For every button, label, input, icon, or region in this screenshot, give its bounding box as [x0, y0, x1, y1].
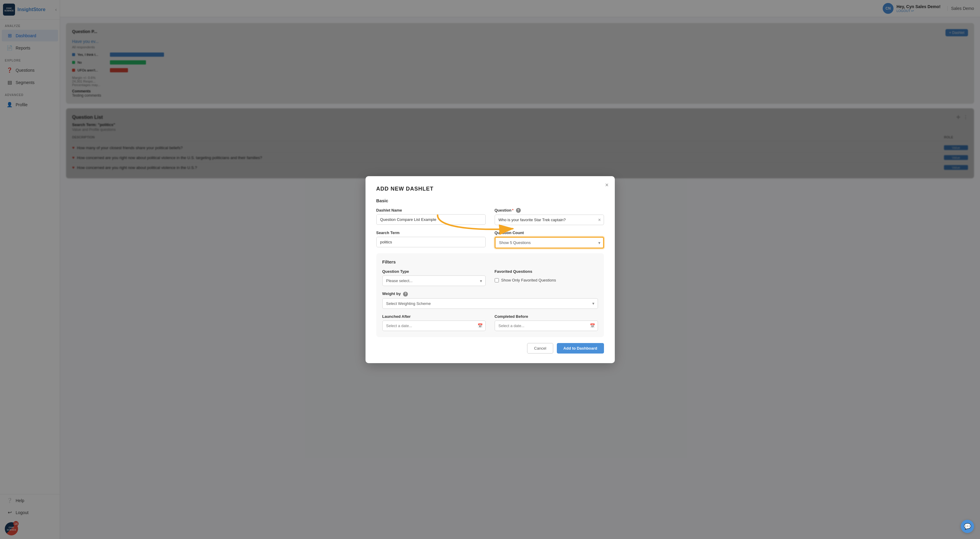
- dashlet-name-field: Dashlet Name: [376, 208, 486, 225]
- search-term-input[interactable]: [376, 237, 486, 247]
- question-info-icon[interactable]: ?: [516, 208, 521, 213]
- question-type-label: Question Type: [382, 269, 486, 274]
- filters-section: Filters Question Type Please select... ▾: [376, 253, 604, 337]
- filters-grid: Question Type Please select... ▾ Favorit…: [382, 269, 598, 331]
- question-label: Question* ?: [495, 208, 604, 213]
- question-type-select[interactable]: Please select...: [382, 276, 486, 286]
- weight-by-select[interactable]: Select Weighting Scheme: [382, 298, 598, 309]
- search-term-field: Search Term: [376, 230, 486, 249]
- completed-before-input[interactable]: [495, 320, 598, 331]
- dashlet-name-label: Dashlet Name: [376, 208, 486, 212]
- dashlet-name-input[interactable]: [376, 214, 486, 225]
- basic-section-label: Basic: [376, 198, 604, 203]
- completed-before-input-wrapper: 📅: [495, 320, 598, 331]
- favorited-questions-field: Favorited Questions Show Only Favorited …: [495, 269, 598, 286]
- completed-before-field: Completed Before 📅: [495, 314, 598, 331]
- modal-title: ADD NEW DASHLET: [376, 186, 604, 192]
- add-dashlet-modal: ADD NEW DASHLET × Basic Dashlet Name Que…: [366, 176, 615, 363]
- modal-overlay: ADD NEW DASHLET × Basic Dashlet Name Que…: [60, 0, 980, 539]
- question-field: Question* ? ×: [495, 208, 604, 225]
- launched-after-field: Launched After 📅: [382, 314, 486, 331]
- question-count-label: Question Count: [495, 230, 604, 235]
- question-type-select-wrapper: Please select... ▾: [382, 276, 486, 286]
- filters-section-label: Filters: [382, 259, 598, 265]
- question-count-select[interactable]: Show 5 Questions Show 10 Questions Show …: [495, 237, 604, 249]
- weight-by-label: Weight by ?: [382, 292, 598, 296]
- question-clear-button[interactable]: ×: [598, 217, 601, 223]
- add-to-dashboard-button[interactable]: Add to Dashboard: [557, 343, 604, 354]
- weight-by-info-icon[interactable]: ?: [403, 292, 408, 296]
- main-content: CN Hey, Cyn Sales Demo! LOGOUT ↩ Sales D…: [60, 0, 980, 539]
- cancel-button[interactable]: Cancel: [527, 343, 553, 354]
- show-only-favorited-wrapper: Show Only Favorited Questions: [495, 278, 598, 282]
- completed-before-label: Completed Before: [495, 314, 598, 319]
- favorited-questions-label: Favorited Questions: [495, 269, 598, 274]
- chat-icon[interactable]: 💬: [961, 520, 974, 533]
- question-type-field: Question Type Please select... ▾: [382, 269, 486, 286]
- launched-after-input-wrapper: 📅: [382, 320, 486, 331]
- show-only-favorited-label[interactable]: Show Only Favorited Questions: [501, 278, 556, 282]
- weight-by-select-wrapper: Select Weighting Scheme ▾: [382, 298, 598, 309]
- launched-after-label: Launched After: [382, 314, 486, 319]
- required-star: *: [512, 208, 514, 212]
- question-count-select-wrapper: Show 5 Questions Show 10 Questions Show …: [495, 237, 604, 249]
- question-input-wrapper: ×: [495, 215, 604, 225]
- basic-form-grid: Dashlet Name Question* ? × Sea: [376, 208, 604, 249]
- search-term-label: Search Term: [376, 230, 486, 235]
- launched-after-input[interactable]: [382, 320, 486, 331]
- weight-by-field: Weight by ? Select Weighting Scheme ▾: [382, 292, 598, 309]
- question-input[interactable]: [495, 215, 604, 225]
- modal-footer: Cancel Add to Dashboard: [376, 343, 604, 354]
- modal-close-button[interactable]: ×: [605, 182, 609, 189]
- question-count-field: Question Count Show 5 Questions Show 10 …: [495, 230, 604, 249]
- show-only-favorited-checkbox[interactable]: [495, 278, 499, 282]
